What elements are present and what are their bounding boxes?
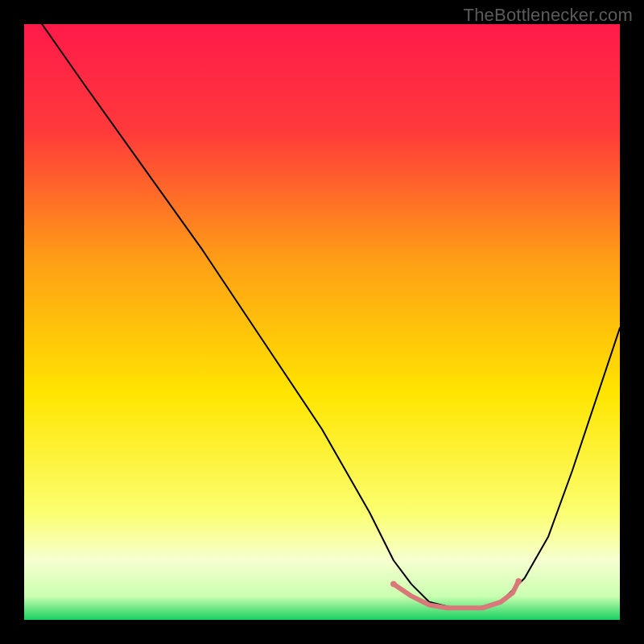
chart-svg [24, 24, 620, 620]
chart-frame: TheBottlenecker.com [0, 0, 644, 644]
watermark-text: TheBottlenecker.com [464, 5, 633, 26]
series-marker-dot [515, 578, 522, 584]
chart-background [24, 24, 620, 620]
series-marker-dot [390, 581, 397, 588]
chart-plot-area [24, 24, 620, 620]
